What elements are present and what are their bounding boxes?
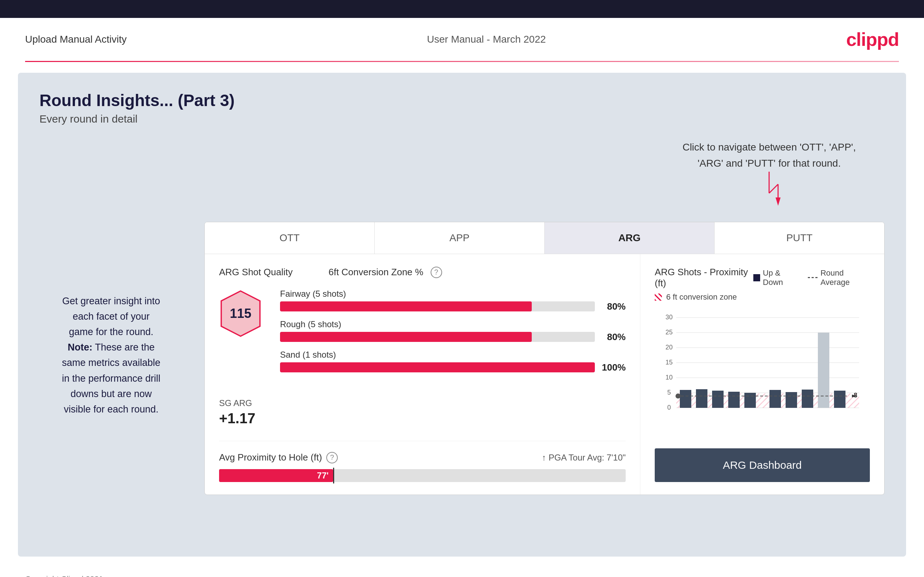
section-header: ARG Shot Quality 6ft Conversion Zone % ? <box>219 267 626 278</box>
proximity-header: Avg Proximity to Hole (ft) ? ↑ PGA Tour … <box>219 452 626 463</box>
rough-pct: 80% <box>601 332 626 343</box>
clippd-logo: clippd <box>846 29 899 50</box>
shot-row-sand: Sand (1 shots) 100% <box>280 350 626 373</box>
top-bar <box>0 0 924 18</box>
proximity-bar-fill: 77' <box>219 469 333 482</box>
svg-marker-3 <box>775 197 780 206</box>
svg-rect-21 <box>680 390 691 408</box>
navigation-annotation: Click to navigate between 'OTT', 'APP', … <box>682 139 856 208</box>
shot-bars: Fairway (5 shots) 80% Rough (5 shots) <box>280 289 626 380</box>
dashboard-panel: OTT APP ARG PUTT ARG Shot Quality 6ft Co… <box>204 222 885 495</box>
arg-dashboard-button[interactable]: ARG Dashboard <box>655 448 870 482</box>
svg-rect-23 <box>712 391 724 408</box>
svg-rect-28 <box>802 390 813 408</box>
tab-arg[interactable]: ARG <box>544 222 715 254</box>
sg-label: SG ARG <box>219 398 626 408</box>
svg-text:25: 25 <box>666 329 673 336</box>
conversion-zone-label: 6ft Conversion Zone % <box>328 267 423 278</box>
proximity-section: Avg Proximity to Hole (ft) ? ↑ PGA Tour … <box>219 441 626 482</box>
left-section: ARG Shot Quality 6ft Conversion Zone % ?… <box>205 254 640 495</box>
content-wrapper: Get greater insight into each facet of y… <box>39 222 885 495</box>
proximity-help-icon[interactable]: ? <box>326 452 338 463</box>
sand-pct: 100% <box>601 362 626 373</box>
page-title: Round Insights... (Part 3) <box>39 91 885 110</box>
shot-row-fairway: Fairway (5 shots) 80% <box>280 289 626 312</box>
note-label: Note: <box>68 342 92 353</box>
sg-value: +1.17 <box>219 410 626 427</box>
svg-rect-27 <box>786 392 797 408</box>
svg-rect-26 <box>769 390 781 408</box>
legend-dashed-icon <box>808 277 817 278</box>
proximity-bar-track: 77' <box>219 469 626 482</box>
tab-app[interactable]: APP <box>375 222 544 254</box>
hexagon-container: 115 Fairway (5 shots) 80% <box>219 289 626 380</box>
chart-legend: Up & Down Round Average <box>753 268 870 287</box>
header: Upload Manual Activity User Manual - Mar… <box>0 18 924 61</box>
svg-line-1 <box>769 184 778 193</box>
legend-square-icon <box>753 274 760 281</box>
chart-area: 0 5 10 15 20 25 30 <box>655 311 870 438</box>
tab-putt[interactable]: PUTT <box>715 222 884 254</box>
svg-text:20: 20 <box>666 344 673 351</box>
svg-text:30: 30 <box>666 314 673 321</box>
shot-label-rough: Rough (5 shots) <box>280 319 626 329</box>
tabs-container: OTT APP ARG PUTT <box>205 222 884 254</box>
copyright: Copyright Clippd 2021 <box>25 574 103 577</box>
insight-text-block: Get greater insight into each facet of y… <box>39 222 183 495</box>
legend-up-down: Up & Down <box>753 268 799 287</box>
right-section: ARG Shots - Proximity (ft) Up & Down Rou… <box>640 254 884 495</box>
chart-header: ARG Shots - Proximity (ft) Up & Down Rou… <box>655 267 870 289</box>
header-divider <box>25 61 899 62</box>
svg-rect-30 <box>834 391 845 408</box>
panel-body: ARG Shot Quality 6ft Conversion Zone % ?… <box>205 254 884 495</box>
hex-score: 115 <box>219 289 262 338</box>
upload-manual-activity-link[interactable]: Upload Manual Activity <box>25 34 126 45</box>
shot-row-rough: Rough (5 shots) 80% <box>280 319 626 343</box>
tab-ott[interactable]: OTT <box>205 222 375 254</box>
svg-rect-24 <box>728 392 740 408</box>
annotation-arrow <box>755 172 783 208</box>
chart-title: ARG Shots - Proximity (ft) <box>655 267 753 289</box>
legend-round-avg: Round Average <box>808 268 870 287</box>
document-title: User Manual - March 2022 <box>427 34 546 45</box>
legend-conversion-zone: 6 ft conversion zone <box>655 292 870 302</box>
main-content: Round Insights... (Part 3) Every round i… <box>18 73 906 556</box>
shot-quality-label: ARG Shot Quality <box>219 267 292 278</box>
sg-section: SG ARG +1.17 <box>219 391 626 427</box>
svg-rect-25 <box>745 393 756 408</box>
fairway-pct: 80% <box>601 301 626 312</box>
svg-text:10: 10 <box>666 374 673 381</box>
svg-rect-29 <box>818 333 829 408</box>
svg-text:0: 0 <box>667 404 671 411</box>
footer: Copyright Clippd 2021 <box>0 567 924 577</box>
pga-tour-avg: ↑ PGA Tour Avg: 7'10" <box>542 453 626 463</box>
chart-svg: 0 5 10 15 20 25 30 <box>655 311 870 411</box>
svg-point-32 <box>675 393 680 398</box>
proximity-label: Avg Proximity to Hole (ft) <box>219 452 322 463</box>
shot-label-sand: Sand (1 shots) <box>280 350 626 360</box>
page-subtitle: Every round in detail <box>39 113 885 125</box>
svg-text:15: 15 <box>666 359 673 366</box>
legend-hatched-icon <box>655 293 662 301</box>
proximity-cursor <box>333 468 334 484</box>
proximity-bar-value: 77' <box>317 471 328 480</box>
shot-label-fairway: Fairway (5 shots) <box>280 289 626 299</box>
hex-value: 115 <box>230 306 251 321</box>
svg-text:5: 5 <box>667 389 671 396</box>
help-icon[interactable]: ? <box>431 267 442 278</box>
svg-rect-22 <box>696 389 708 408</box>
